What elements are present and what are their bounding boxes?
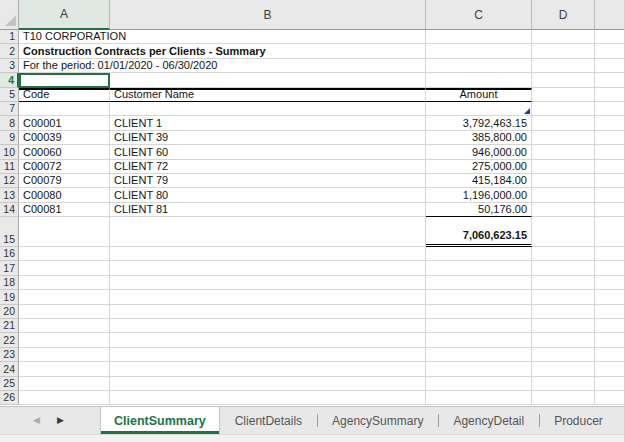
cell-C10[interactable]: 946,000.00 [426, 145, 532, 159]
row-header-26[interactable]: 26 [0, 391, 19, 405]
cell-D17[interactable] [532, 261, 595, 275]
cell-E2[interactable] [595, 44, 625, 58]
cell-E14[interactable] [595, 203, 625, 217]
cell-E20[interactable] [595, 305, 625, 319]
cell-C3[interactable] [426, 59, 532, 73]
row-header-4[interactable]: 4 [0, 73, 19, 87]
cell-E10[interactable] [595, 145, 625, 159]
cell-E26[interactable] [595, 391, 625, 405]
cell-E22[interactable] [595, 333, 625, 347]
cell-E16[interactable] [595, 247, 625, 261]
column-header-D[interactable]: D [532, 0, 595, 30]
select-all-corner[interactable] [0, 0, 19, 30]
cell-E24[interactable] [595, 362, 625, 376]
cell-A10[interactable]: C00060 [19, 145, 110, 159]
cell-D21[interactable] [532, 319, 595, 333]
cell-E3[interactable] [595, 59, 625, 73]
cell-B8[interactable]: CLIENT 1 [110, 116, 426, 130]
cell-C15[interactable]: 7,060,623.15 [426, 217, 532, 247]
cell-A8[interactable]: C00001 [19, 116, 110, 130]
cell-E17[interactable] [595, 261, 625, 275]
cell-A20[interactable] [19, 305, 110, 319]
cell-E25[interactable] [595, 377, 625, 391]
cell-E11[interactable] [595, 160, 625, 174]
cell-B4[interactable] [110, 73, 426, 87]
cell-C1[interactable] [426, 30, 532, 44]
row-header-22[interactable]: 22 [0, 333, 19, 347]
cell-A1[interactable]: T10 CORPORATION [19, 30, 426, 44]
cell-B21[interactable] [110, 319, 426, 333]
cell-A4[interactable] [19, 73, 110, 87]
cell-B20[interactable] [110, 305, 426, 319]
cell-C12[interactable]: 415,184.00 [426, 174, 532, 188]
cell-A18[interactable] [19, 276, 110, 290]
cell-A14[interactable]: C00081 [19, 203, 110, 217]
cell-C7[interactable] [426, 102, 532, 116]
cell-C8[interactable]: 3,792,463.15 [426, 116, 532, 130]
cell-B18[interactable] [110, 276, 426, 290]
cell-B22[interactable] [110, 333, 426, 347]
sheet-tab-ClientDetails[interactable]: ClientDetails [220, 407, 317, 434]
cell-E9[interactable] [595, 131, 625, 145]
cell-D7[interactable] [532, 102, 595, 116]
cell-B10[interactable]: CLIENT 60 [110, 145, 426, 159]
cell-A3[interactable]: For the period: 01/01/2020 - 06/30/2020 [19, 59, 426, 73]
cell-D23[interactable] [532, 348, 595, 362]
row-header-17[interactable]: 17 [0, 261, 19, 275]
cell-B12[interactable]: CLIENT 79 [110, 174, 426, 188]
cell-B13[interactable]: CLIENT 80 [110, 188, 426, 202]
cell-A13[interactable]: C00080 [19, 188, 110, 202]
cell-A9[interactable]: C00039 [19, 131, 110, 145]
cell-C22[interactable] [426, 333, 532, 347]
row-header-21[interactable]: 21 [0, 319, 19, 333]
cell-D18[interactable] [532, 276, 595, 290]
cell-B26[interactable] [110, 391, 426, 405]
cell-D3[interactable] [532, 59, 595, 73]
row-header-15[interactable]: 15 [0, 217, 19, 247]
cell-D5[interactable] [532, 88, 595, 102]
cell-A26[interactable] [19, 391, 110, 405]
row-header-24[interactable]: 24 [0, 362, 19, 376]
cell-D22[interactable] [532, 333, 595, 347]
column-header-C[interactable]: C [426, 0, 532, 30]
cell-E18[interactable] [595, 276, 625, 290]
cell-A16[interactable] [19, 247, 110, 261]
cell-A25[interactable] [19, 377, 110, 391]
column-header-B[interactable]: B [110, 0, 426, 30]
cell-D20[interactable] [532, 305, 595, 319]
cell-C24[interactable] [426, 362, 532, 376]
cell-C9[interactable]: 385,800.00 [426, 131, 532, 145]
cell-B25[interactable] [110, 377, 426, 391]
row-header-16[interactable]: 16 [0, 247, 19, 261]
cell-D4[interactable] [532, 73, 595, 87]
cell-B9[interactable]: CLIENT 39 [110, 131, 426, 145]
cell-C13[interactable]: 1,196,000.00 [426, 188, 532, 202]
cell-B23[interactable] [110, 348, 426, 362]
tab-scroll-left-icon[interactable]: ◀ [33, 416, 40, 425]
row-header-23[interactable]: 23 [0, 348, 19, 362]
cell-D15[interactable] [532, 217, 595, 247]
cell-B16[interactable] [110, 247, 426, 261]
row-header-8[interactable]: 8 [0, 116, 19, 130]
cell-E12[interactable] [595, 174, 625, 188]
cell-D14[interactable] [532, 203, 595, 217]
cell-D1[interactable] [532, 30, 595, 44]
cell-A11[interactable]: C00072 [19, 160, 110, 174]
cell-C17[interactable] [426, 261, 532, 275]
cell-C20[interactable] [426, 305, 532, 319]
cell-D19[interactable] [532, 290, 595, 304]
cell-E4[interactable] [595, 73, 625, 87]
cell-A12[interactable]: C00079 [19, 174, 110, 188]
cell-A23[interactable] [19, 348, 110, 362]
cell-B7[interactable] [110, 102, 426, 116]
row-header-5[interactable]: 5 [0, 88, 19, 102]
cell-D8[interactable] [532, 116, 595, 130]
row-header-2[interactable]: 2 [0, 44, 19, 58]
cell-A17[interactable] [19, 261, 110, 275]
cell-C16[interactable] [426, 247, 532, 261]
column-header-A[interactable]: A [19, 0, 110, 30]
row-header-13[interactable]: 13 [0, 188, 19, 202]
cell-D10[interactable] [532, 145, 595, 159]
cell-C4[interactable] [426, 73, 532, 87]
row-header-19[interactable]: 19 [0, 290, 19, 304]
